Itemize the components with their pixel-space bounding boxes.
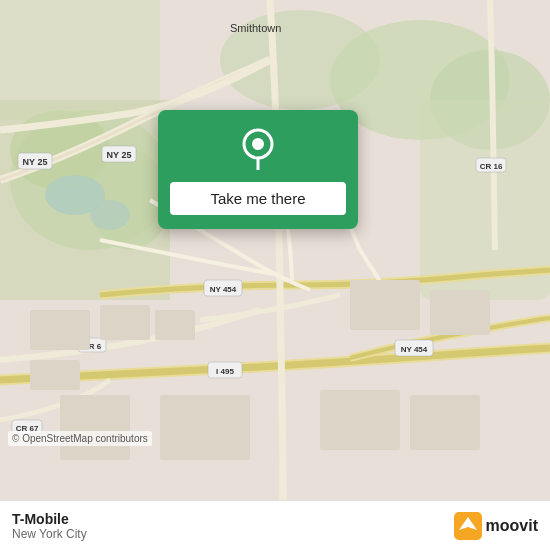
svg-rect-37 [160, 395, 250, 460]
svg-text:NY 25: NY 25 [23, 157, 48, 167]
svg-text:Smithtown: Smithtown [230, 22, 281, 34]
svg-rect-33 [350, 280, 420, 330]
map-attribution: © OpenStreetMap contributors [8, 431, 152, 446]
svg-rect-38 [60, 395, 130, 460]
svg-rect-32 [30, 360, 80, 390]
moovit-logo[interactable]: moovit [454, 512, 538, 540]
location-pin-icon [236, 126, 280, 170]
svg-rect-29 [30, 310, 90, 350]
svg-text:NY 454: NY 454 [210, 285, 237, 294]
map-container: Smithtown NY 25 NY 25 NY 454 NY 454 I 49… [0, 0, 550, 500]
svg-point-40 [252, 138, 264, 150]
svg-rect-31 [155, 310, 195, 340]
svg-text:CR 16: CR 16 [480, 162, 503, 171]
svg-rect-35 [320, 390, 400, 450]
take-me-there-button[interactable]: Take me there [170, 182, 346, 215]
svg-text:NY 454: NY 454 [401, 345, 428, 354]
location-city: New York City [12, 527, 87, 541]
svg-rect-30 [100, 305, 150, 340]
svg-rect-36 [410, 395, 480, 450]
bottom-bar: T-Mobile New York City moovit [0, 500, 550, 550]
location-info: T-Mobile New York City [12, 511, 87, 541]
svg-text:NY 25: NY 25 [107, 150, 132, 160]
moovit-brand-icon [454, 512, 482, 540]
location-card: Take me there [158, 110, 358, 229]
svg-rect-34 [430, 290, 490, 335]
location-name: T-Mobile [12, 511, 87, 527]
svg-text:I 495: I 495 [216, 367, 234, 376]
moovit-brand-text: moovit [486, 517, 538, 535]
